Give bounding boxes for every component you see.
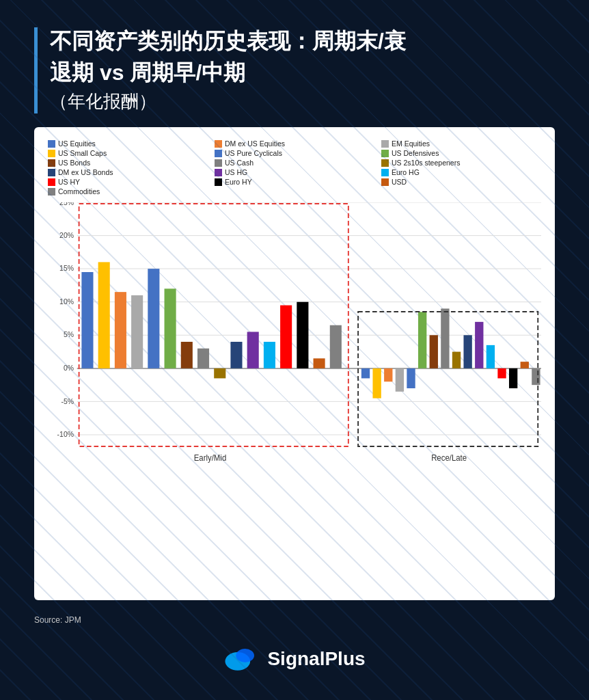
chart-card: US EquitiesDM ex US EquitiesEM EquitiesU… — [34, 127, 555, 600]
bar-early-8 — [214, 368, 225, 379]
bar-early-11 — [264, 342, 275, 368]
bar-early-14 — [314, 358, 325, 368]
legend-label: Commodities — [58, 187, 100, 196]
bar-rece-5 — [418, 312, 426, 368]
legend-item: US Pure Cyclicals — [215, 149, 374, 157]
bar-early-9 — [230, 342, 242, 368]
legend-color — [48, 178, 55, 186]
bar-early-7 — [197, 349, 209, 368]
legend-color — [381, 150, 389, 157]
signalplus-logo-icon — [223, 645, 258, 673]
svg-point-17 — [236, 649, 255, 662]
brand-name: SignalPlus — [267, 648, 365, 670]
legend-label: US 2s10s steepeners — [392, 159, 460, 167]
bar-rece-9 — [463, 335, 471, 368]
bar-rece-1 — [372, 368, 381, 399]
bar-early-13 — [297, 302, 308, 368]
bar-early-1 — [98, 262, 110, 368]
legend-label: US Bonds — [58, 159, 90, 167]
rece-late-bars — [361, 309, 540, 399]
legend-item: US Bonds — [48, 159, 208, 167]
legend-color — [381, 159, 389, 167]
bar-rece-12 — [497, 368, 506, 379]
legend-label: US Cash — [225, 159, 254, 167]
bar-early-3 — [131, 295, 143, 368]
bar-early-0 — [81, 272, 93, 368]
legend-item: Euro HY — [215, 178, 374, 186]
bar-early-4 — [148, 269, 159, 368]
legend-item: US Cash — [215, 159, 374, 167]
svg-text:20%: 20% — [59, 231, 74, 239]
title-line1: 不同资产类别的历史表现：周期末/衰 — [50, 29, 406, 53]
title-sub: （年化报酬） — [50, 90, 555, 113]
legend-label: USD — [392, 178, 407, 186]
bar-early-2 — [115, 292, 126, 368]
legend-label: US Small Caps — [58, 149, 107, 157]
legend-label: EM Equities — [392, 139, 430, 148]
bar-rece-0 — [361, 368, 370, 379]
bar-rece-4 — [407, 368, 415, 388]
legend-color — [48, 150, 55, 157]
legend-color — [381, 178, 389, 186]
legend-color — [381, 140, 389, 148]
bar-early-10 — [247, 332, 259, 368]
legend-item: US Small Caps — [48, 149, 208, 157]
legend-color — [48, 188, 55, 196]
early-mid-bars — [81, 262, 341, 379]
legend-item: US HY — [48, 178, 208, 186]
legend-item: DM ex US Equities — [215, 139, 374, 148]
legend-color — [48, 159, 55, 167]
legend-label: US HY — [58, 178, 80, 186]
bar-rece-7 — [441, 309, 449, 368]
bar-rece-11 — [487, 345, 495, 368]
legend-item: Euro HG — [381, 168, 541, 176]
legend-label: US Equities — [58, 139, 96, 148]
bar-rece-13 — [509, 368, 517, 388]
bar-early-12 — [280, 306, 292, 368]
legend: US EquitiesDM ex US EquitiesEM EquitiesU… — [48, 139, 541, 196]
bar-rece-6 — [430, 335, 438, 368]
legend-label: US Pure Cyclicals — [225, 149, 282, 157]
legend-item: EM Equities — [381, 139, 541, 148]
legend-color — [215, 140, 222, 148]
bar-rece-8 — [452, 352, 461, 368]
svg-text:0%: 0% — [64, 364, 74, 372]
legend-item: Commodities — [48, 187, 208, 196]
legend-color — [48, 169, 55, 176]
legend-item: US Defensives — [381, 149, 541, 157]
title-section: 不同资产类别的历史表现：周期末/衰 退期 vs 周期早/中期 （年化报酬） — [34, 27, 555, 113]
x-label-rece: Rece/Late — [431, 453, 467, 462]
svg-text:25%: 25% — [59, 202, 74, 206]
legend-item: US 2s10s steepeners — [381, 159, 541, 167]
bar-chart: 25% 20% 15% 10% 5% 0% -5% -10% — [48, 202, 541, 476]
page-container: 不同资产类别的历史表现：周期末/衰 退期 vs 周期早/中期 （年化报酬） US… — [0, 0, 589, 700]
legend-label: DM ex US Equities — [225, 139, 285, 148]
x-label-early: Early/Mid — [194, 453, 226, 462]
bar-rece-10 — [475, 322, 483, 368]
svg-text:-10%: -10% — [57, 430, 74, 438]
legend-color — [215, 159, 222, 167]
legend-item: DM ex US Bonds — [48, 168, 208, 176]
legend-color — [215, 150, 222, 157]
svg-text:15%: 15% — [59, 264, 74, 272]
legend-color — [215, 169, 222, 176]
title-line2: 退期 vs 周期早/中期 — [50, 59, 555, 88]
svg-text:10%: 10% — [59, 297, 74, 306]
bar-rece-15 — [532, 368, 540, 385]
title-main: 不同资产类别的历史表现：周期末/衰 — [50, 27, 555, 56]
legend-item: US HG — [215, 168, 374, 176]
bar-rece-2 — [384, 368, 392, 381]
bar-early-15 — [330, 325, 342, 368]
footer: SignalPlus — [34, 638, 555, 673]
bar-early-6 — [181, 342, 193, 368]
legend-item: USD — [381, 178, 541, 186]
legend-color — [48, 140, 55, 148]
svg-text:-5%: -5% — [61, 397, 74, 405]
legend-color — [381, 169, 389, 176]
legend-label: US HG — [225, 168, 247, 176]
source-text: Source: JPM — [34, 615, 555, 625]
legend-label: Euro HG — [392, 168, 420, 176]
legend-label: Euro HY — [225, 178, 252, 186]
bar-rece-14 — [521, 362, 529, 368]
legend-label: US Defensives — [392, 149, 439, 157]
